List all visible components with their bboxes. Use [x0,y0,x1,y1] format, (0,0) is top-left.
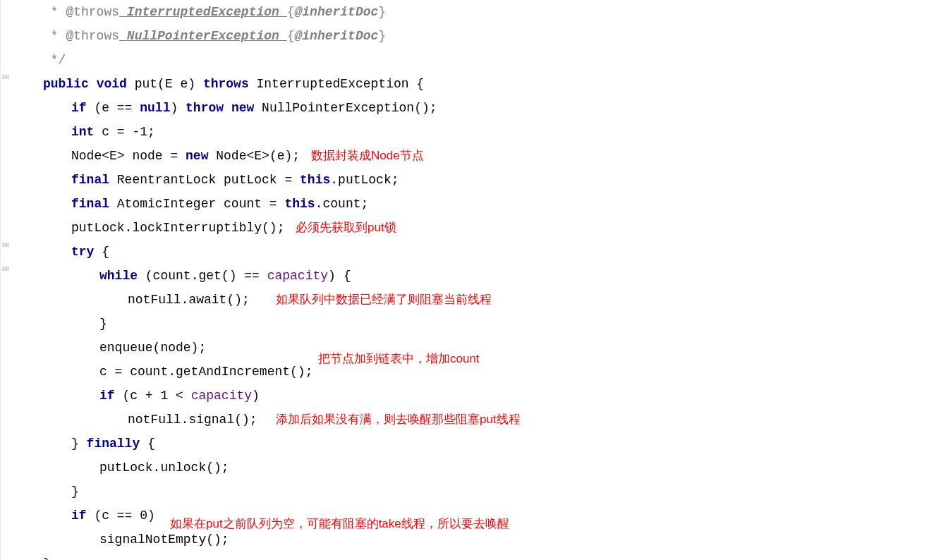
code-line: try { [15,240,941,264]
code-line: notFull.signal();添加后如果没有满，则去唤醒那些阻塞put线程 [15,408,941,432]
code-line: putLock.lockInterruptibly();必须先获取到put锁 [15,216,941,240]
annotation-label: 数据封装成Node节点 [311,144,424,168]
code-line: c = count.getAndIncrement(); [15,360,941,384]
code-line: notFull.await();如果队列中数据已经满了则阻塞当前线程 [15,288,941,312]
code-line: signalNotEmpty(); [15,528,941,552]
javadoc-tag: * @throws [43,5,119,19]
code-line: final ReentrantLock putLock = this.putLo… [15,168,941,192]
javadoc-tag: * @throws [43,29,119,43]
javadoc-line: * @throws NullPointerException {@inherit… [15,24,941,48]
code-line: } [15,312,941,336]
javadoc-exception: InterruptedException [119,5,287,19]
javadoc-end: */ [15,48,941,72]
inherit-doc: @inheritDoc [294,29,378,43]
annotation-label: 必须先获取到put锁 [296,216,396,240]
code-line: final AtomicInteger count = this.count; [15,192,941,216]
code-line: while (count.get() == capacity) { [15,264,941,288]
code-line: putLock.unlock(); [15,456,941,480]
annotation-label: 如果队列中数据已经满了则阻塞当前线程 [276,288,492,312]
method-signature: public void put(E e) throws InterruptedE… [15,72,941,96]
inherit-doc: @inheritDoc [294,5,378,19]
javadoc-line: * @throws InterruptedException {@inherit… [15,0,941,24]
gutter [1,0,13,560]
code-line: if (e == null) throw new NullPointerExce… [15,96,941,120]
annotation-label: 添加后如果没有满，则去唤醒那些阻塞put线程 [276,408,521,432]
code-line: Node<E> node = new Node<E>(e);数据封装成Node节… [15,144,941,168]
code-editor: * @throws InterruptedException {@inherit… [0,0,941,560]
code-line: } finally { [15,432,941,456]
code-line: if (c == 0)如果在put之前队列为空，可能有阻塞的take线程，所以要… [15,504,941,528]
code-line: } [15,552,941,560]
javadoc-exception: NullPointerException [119,29,287,43]
code-line: } [15,480,941,504]
code-line: if (c + 1 < capacity) [15,384,941,408]
code-line: enqueue(node);把节点加到链表中，增加count [15,336,941,360]
code-line: int c = -1; [15,120,941,144]
